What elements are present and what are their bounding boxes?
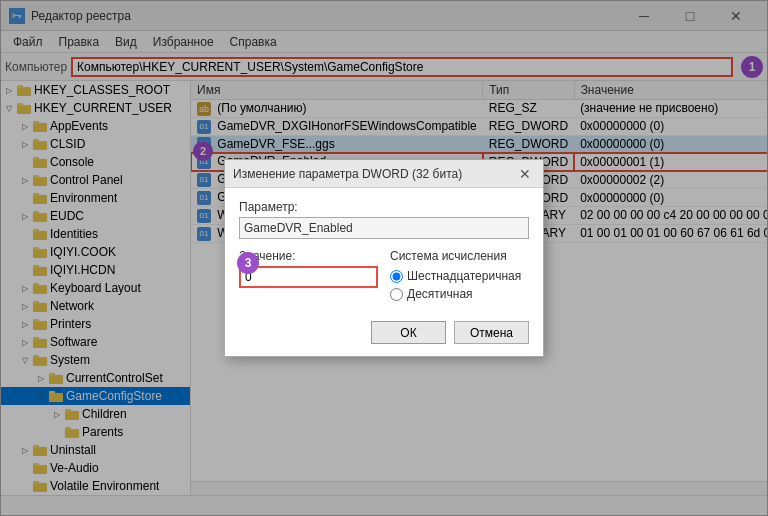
step3-badge: 3 (237, 252, 259, 274)
value-input-wrap: 3 (239, 266, 378, 288)
dialog-title-bar: Изменение параметра DWORD (32 бита) ✕ (225, 160, 543, 188)
hex-radio[interactable] (390, 270, 403, 283)
radio-section: Система исчисления Шестнадцатеричная Дес… (390, 249, 529, 305)
dialog-title: Изменение параметра DWORD (32 бита) (233, 167, 462, 181)
value-label: Значение: (239, 249, 378, 263)
cancel-button[interactable]: Отмена (454, 321, 529, 344)
param-input[interactable] (239, 217, 529, 239)
value-section: Значение: 3 (239, 249, 378, 305)
dec-radio[interactable] (390, 288, 403, 301)
hex-label[interactable]: Шестнадцатеричная (407, 269, 521, 283)
ok-button[interactable]: ОК (371, 321, 446, 344)
dialog-overlay: Изменение параметра DWORD (32 бита) ✕ Па… (0, 0, 768, 516)
dec-radio-row: Десятичная (390, 287, 529, 301)
hex-radio-row: Шестнадцатеричная (390, 269, 529, 283)
param-field-group: Параметр: (239, 200, 529, 249)
value-input[interactable] (239, 266, 378, 288)
base-label: Система исчисления (390, 249, 529, 263)
value-base-row: Значение: 3 Система исчисления Шестнадца… (239, 249, 529, 305)
dword-dialog: Изменение параметра DWORD (32 бита) ✕ Па… (224, 159, 544, 357)
dialog-buttons: ОК Отмена (239, 317, 529, 344)
dialog-close-button[interactable]: ✕ (515, 164, 535, 184)
dec-label[interactable]: Десятичная (407, 287, 473, 301)
dialog-body: Параметр: Значение: 3 Система исчисления (225, 188, 543, 356)
param-label: Параметр: (239, 200, 529, 214)
